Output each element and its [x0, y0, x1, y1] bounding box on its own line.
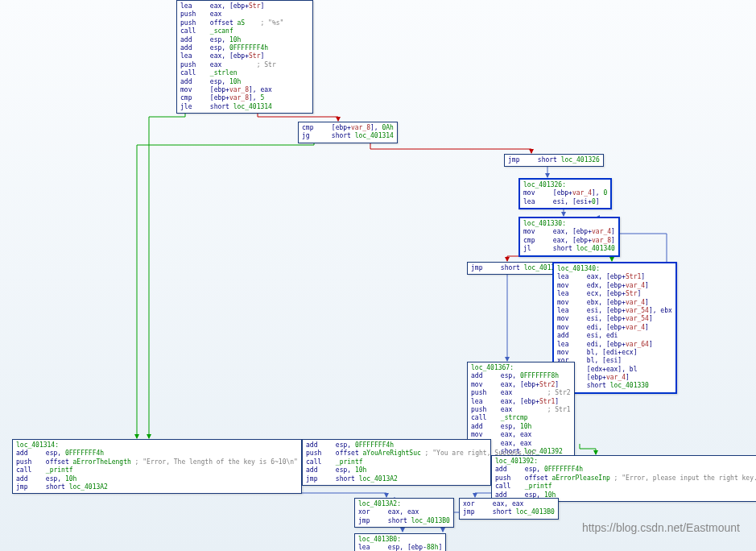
- block-loc-401330[interactable]: loc_401330:mov eax, [ebp+var_4]cmp eax, …: [518, 217, 620, 257]
- block-jmp-401326[interactable]: jmp short loc_401326: [504, 154, 604, 167]
- block-xor-jmp[interactable]: xor eax, eaxjmp short loc_4013B0: [459, 498, 559, 520]
- block-loc-401392[interactable]: loc_401392:add esp, 0FFFFFFF4hpush offse…: [491, 455, 756, 502]
- block-entry[interactable]: lea eax, [ebp+Str]push eaxpush offset aS…: [176, 0, 313, 114]
- block-success[interactable]: add esp, 0FFFFFFF4hpush offset aYouAreRi…: [302, 439, 491, 486]
- block-loc-4013B0[interactable]: loc_4013B0:lea esp, [ebp-88h]pop ebxpop …: [354, 533, 446, 551]
- watermark: https://blog.csdn.net/Eastmount: [582, 520, 740, 535]
- block-loc-401326[interactable]: loc_401326:mov [ebp+var_4], 0lea esi, [e…: [518, 178, 612, 209]
- block-cmp-upper[interactable]: cmp [ebp+var_8], 0Ahjg short loc_401314: [298, 122, 398, 143]
- block-loc-401314[interactable]: loc_401314:add esp, 0FFFFFFF4hpush offse…: [12, 439, 302, 494]
- block-loc-4013A2[interactable]: loc_4013A2:xor eax, eaxjmp short loc_401…: [354, 498, 454, 528]
